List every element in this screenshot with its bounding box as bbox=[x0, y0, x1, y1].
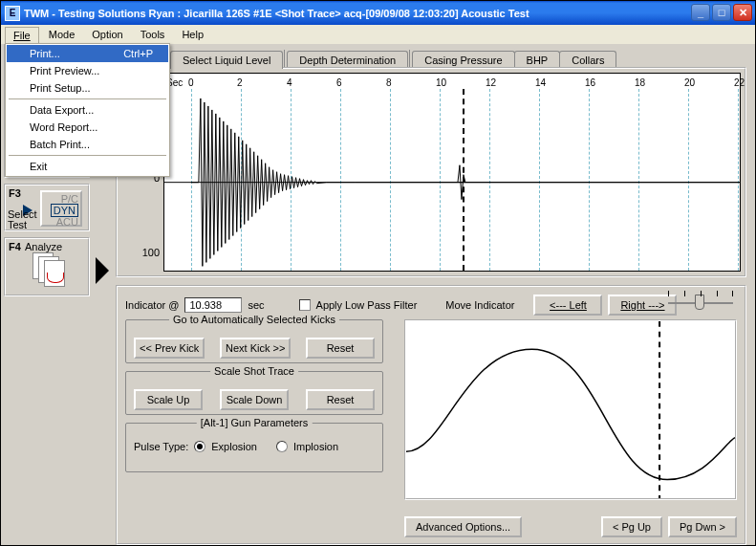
menu-word-report[interactable]: Word Report... bbox=[7, 119, 168, 136]
zoom-chart[interactable] bbox=[404, 319, 737, 500]
arrow-icon bbox=[96, 257, 109, 284]
scale-down-button[interactable]: Scale Down bbox=[220, 389, 289, 410]
scale-group: Scale Shot Trace Scale Up Scale Down Res… bbox=[125, 371, 383, 415]
tab-row: Select Liquid Level Depth Determination … bbox=[170, 50, 616, 69]
window-title: TWM - Testing Solutions Ryan : Jicarilla… bbox=[24, 8, 529, 19]
menu-file[interactable]: File bbox=[5, 27, 39, 43]
kick-group: Go to Automatically Selected Kicks << Pr… bbox=[125, 319, 383, 363]
menu-print-setup[interactable]: Print Setup... bbox=[7, 79, 168, 97]
next-kick-button[interactable]: Next Kick >> bbox=[220, 338, 291, 359]
menu-print[interactable]: Print...Ctrl+P bbox=[7, 45, 168, 62]
shot-trace-panel: -100 0 100 Sec 0 2 4 6 8 10 12 14 16 18 … bbox=[116, 67, 746, 277]
radio-implosion[interactable] bbox=[276, 441, 288, 452]
move-indicator-label: Move Indicator bbox=[445, 299, 514, 311]
menu-print-preview[interactable]: Print Preview... bbox=[7, 62, 168, 79]
pulse-label: Pulse Type: bbox=[134, 441, 188, 452]
menu-exit[interactable]: Exit bbox=[7, 158, 168, 175]
low-pass-checkbox[interactable] bbox=[299, 299, 311, 311]
menu-batch-print[interactable]: Batch Print... bbox=[7, 136, 168, 153]
indicator-slider[interactable] bbox=[668, 293, 733, 312]
low-pass-label: Apply Low Pass Filter bbox=[316, 299, 418, 311]
reset-kick-button[interactable]: Reset bbox=[306, 338, 375, 359]
indicator-label: Indicator @ bbox=[125, 299, 179, 311]
page-down-button[interactable]: Pg Dwn > bbox=[668, 516, 737, 537]
gun-group: [Alt-1] Gun Parameters Pulse Type: Explo… bbox=[125, 423, 383, 472]
indicator-value[interactable]: 10.938 bbox=[184, 297, 242, 313]
tab-select-liquid-level[interactable]: Select Liquid Level bbox=[170, 51, 283, 69]
tool-f3-select-test[interactable]: F3 P/C DYN ACU SelectTest bbox=[4, 184, 90, 231]
page-up-button[interactable]: < Pg Up bbox=[601, 516, 662, 537]
menu-data-export[interactable]: Data Export... bbox=[7, 101, 168, 119]
reset-scale-button[interactable]: Reset bbox=[306, 389, 375, 410]
menu-tools[interactable]: Tools bbox=[133, 27, 173, 42]
menubar: File Mode Option Tools Help bbox=[1, 25, 755, 44]
menu-mode[interactable]: Mode bbox=[41, 27, 83, 42]
prev-kick-button[interactable]: << Prev Kick bbox=[134, 338, 205, 359]
separator bbox=[9, 155, 166, 156]
titlebar: E TWM - Testing Solutions Ryan : Jicaril… bbox=[1, 1, 755, 25]
minimize-button[interactable]: _ bbox=[691, 4, 710, 21]
right-button[interactable]: Right ---> bbox=[608, 295, 677, 316]
report-icon bbox=[32, 252, 75, 291]
advanced-options-button[interactable]: Advanced Options... bbox=[404, 516, 522, 537]
close-button[interactable]: ✕ bbox=[733, 4, 752, 21]
file-dropdown: Print...Ctrl+P Print Preview... Print Se… bbox=[5, 43, 170, 177]
maximize-button[interactable]: □ bbox=[712, 4, 731, 21]
tool-f4-analyze[interactable]: F4 Analyze bbox=[4, 237, 90, 296]
app-icon: E bbox=[5, 6, 20, 21]
scale-up-button[interactable]: Scale Up bbox=[134, 389, 203, 410]
separator bbox=[9, 98, 166, 99]
menu-option[interactable]: Option bbox=[84, 27, 130, 42]
dyn-box: P/C DYN ACU bbox=[40, 190, 82, 227]
shot-trace-chart[interactable]: Sec 0 2 4 6 8 10 12 14 16 18 20 22 bbox=[163, 73, 741, 272]
left-button[interactable]: <--- Left bbox=[533, 295, 602, 316]
menu-help[interactable]: Help bbox=[174, 27, 211, 42]
waveform bbox=[164, 89, 740, 275]
controls-panel: Indicator @ 10.938 sec Apply Low Pass Fi… bbox=[116, 285, 746, 545]
radio-explosion[interactable] bbox=[194, 441, 205, 452]
